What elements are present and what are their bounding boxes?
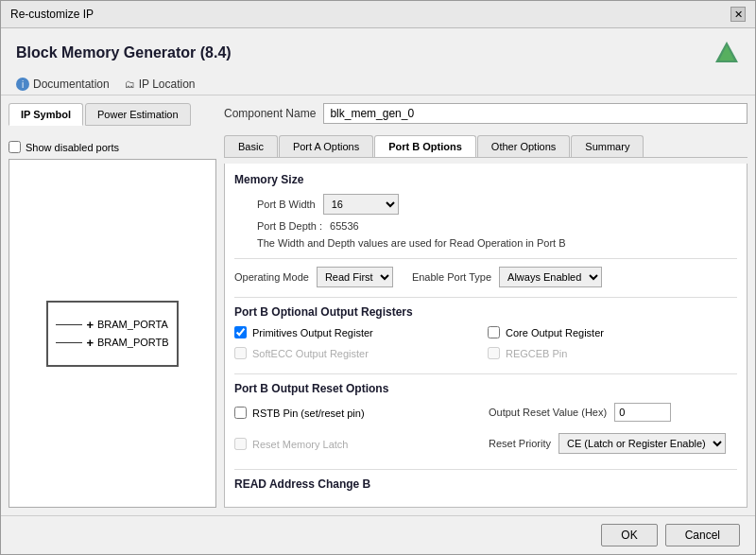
logo-icon xyxy=(713,40,740,66)
header: Block Memory Generator (8.4) xyxy=(1,28,755,74)
read-address-title: READ Address Change B xyxy=(234,477,737,491)
separator-3 xyxy=(234,373,737,374)
separator-4 xyxy=(234,469,737,470)
tab-port-b[interactable]: Port B Options xyxy=(374,135,476,157)
output-reset-value-row: Output Reset Value (Hex) xyxy=(489,403,737,422)
regceb-label: REGCEB Pin xyxy=(506,348,567,359)
softecc-row: SoftECC Output Register xyxy=(234,347,484,359)
tab-power-estimation[interactable]: Power Estimation xyxy=(85,103,191,126)
reset-priority-select[interactable]: CE (Latch or Register Enable) xyxy=(558,433,726,454)
title-bar-left: Re-customize IP xyxy=(10,8,94,21)
cancel-button[interactable]: Cancel xyxy=(665,524,740,546)
show-disabled-row: Show disabled ports xyxy=(9,141,216,153)
left-panel: IP Symbol Power Estimation Show disabled… xyxy=(9,103,216,508)
regceb-row: REGCEB Pin xyxy=(488,347,737,359)
info-icon: i xyxy=(16,78,29,91)
rstb-row: RSTB Pin (set/reset pin) xyxy=(234,407,483,419)
toolbar: i Documentation 🗂 IP Location xyxy=(1,74,755,95)
component-name-row: Component Name xyxy=(224,103,747,124)
operating-mode-select[interactable]: Read First xyxy=(317,267,393,287)
symbol-box: + BRAM_PORTA + BRAM_PORTB xyxy=(9,159,216,508)
close-button[interactable]: ✕ xyxy=(730,7,746,22)
documentation-link[interactable]: i Documentation xyxy=(16,78,110,91)
output-reset-title: Port B Output Reset Options xyxy=(234,382,737,395)
tab-ip-symbol[interactable]: IP Symbol xyxy=(9,103,83,126)
memory-size-title: Memory Size xyxy=(234,173,737,186)
bram-port-b: + BRAM_PORTB xyxy=(56,336,168,350)
enable-port-label: Enable Port Type xyxy=(412,271,491,283)
port-b-depth-label: Port B Depth : xyxy=(257,220,322,232)
bram-port-a: + BRAM_PORTA xyxy=(56,318,168,332)
show-disabled-checkbox[interactable] xyxy=(9,141,21,153)
window-title: Re-customize IP xyxy=(10,8,94,21)
operating-mode-section: Operating Mode Read First Enable Port Ty… xyxy=(234,267,737,287)
main-content: IP Symbol Power Estimation Show disabled… xyxy=(1,95,755,515)
tab-other-options[interactable]: Other Options xyxy=(477,135,570,157)
operating-mode-row: Operating Mode Read First Enable Port Ty… xyxy=(234,267,737,287)
reset-memory-row: Reset Memory Latch xyxy=(234,438,483,450)
component-name-input[interactable] xyxy=(323,103,747,124)
core-checkbox[interactable] xyxy=(488,326,500,338)
port-b-depth-row: Port B Depth : 65536 xyxy=(234,220,737,232)
location-icon: 🗂 xyxy=(125,78,135,90)
port-b-width-select[interactable]: 16 xyxy=(323,194,399,215)
reset-memory-checkbox[interactable] xyxy=(234,438,247,450)
tab-port-a[interactable]: Port A Options xyxy=(279,135,373,157)
reset-memory-label: Reset Memory Latch xyxy=(252,439,348,450)
title-bar: Re-customize IP ✕ xyxy=(1,1,755,28)
separator-2 xyxy=(234,297,737,298)
optional-registers-title: Port B Optional Output Registers xyxy=(234,305,737,319)
read-address-section: READ Address Change B xyxy=(234,477,737,491)
port-b-depth-value: 65536 xyxy=(330,220,359,232)
ip-location-link[interactable]: 🗂 IP Location xyxy=(125,78,196,91)
softecc-label: SoftECC Output Register xyxy=(252,348,369,359)
enable-port-select[interactable]: Always Enabled xyxy=(499,267,602,287)
primitives-checkbox[interactable] xyxy=(234,326,247,338)
port-b-width-label: Port B Width xyxy=(257,199,316,210)
show-disabled-label: Show disabled ports xyxy=(26,142,119,153)
primitives-row: Primitives Output Register xyxy=(234,326,484,338)
documentation-label: Documentation xyxy=(33,78,110,91)
ok-button[interactable]: OK xyxy=(601,524,657,546)
bram-symbol: + BRAM_PORTA + BRAM_PORTB xyxy=(46,301,178,367)
reset-priority-label: Reset Priority xyxy=(489,438,551,449)
main-window: Re-customize IP ✕ Block Memory Generator… xyxy=(0,0,756,555)
dialog-title: Block Memory Generator (8.4) xyxy=(16,44,232,61)
core-label: Core Output Register xyxy=(506,327,604,338)
registers-grid: Primitives Output Register Core Output R… xyxy=(234,326,737,364)
reset-priority-row: Reset Priority CE (Latch or Register Ena… xyxy=(489,433,737,454)
rstb-checkbox[interactable] xyxy=(234,407,247,419)
left-tabs: IP Symbol Power Estimation xyxy=(9,103,216,126)
primitives-label: Primitives Output Register xyxy=(252,327,373,338)
content-area: Memory Size Port B Width 16 Port B Depth… xyxy=(224,164,747,508)
regceb-checkbox[interactable] xyxy=(488,347,500,359)
rstb-label: RSTB Pin (set/reset pin) xyxy=(252,408,365,419)
core-row: Core Output Register xyxy=(488,326,737,338)
softecc-checkbox[interactable] xyxy=(234,347,247,359)
output-reset-section: Port B Output Reset Options RSTB Pin (se… xyxy=(234,382,737,460)
content-tabs: Basic Port A Options Port B Options Othe… xyxy=(224,135,747,158)
memory-size-section: Memory Size Port B Width 16 Port B Depth… xyxy=(234,173,737,249)
tab-basic[interactable]: Basic xyxy=(224,135,278,157)
footer: OK Cancel xyxy=(1,515,755,554)
optional-registers-section: Port B Optional Output Registers Primiti… xyxy=(234,305,737,364)
tab-summary[interactable]: Summary xyxy=(571,135,644,157)
right-panel: Component Name Basic Port A Options Port… xyxy=(224,103,747,508)
port-b-width-row: Port B Width 16 xyxy=(234,194,737,215)
operating-mode-label: Operating Mode xyxy=(234,271,309,283)
output-reset-label: Output Reset Value (Hex) xyxy=(489,407,607,418)
component-name-label: Component Name xyxy=(224,107,316,120)
separator-1 xyxy=(234,258,737,259)
width-depth-info: The Width and Depth values are used for … xyxy=(257,237,737,249)
ip-location-label: IP Location xyxy=(139,78,196,91)
output-reset-input[interactable] xyxy=(614,403,671,422)
